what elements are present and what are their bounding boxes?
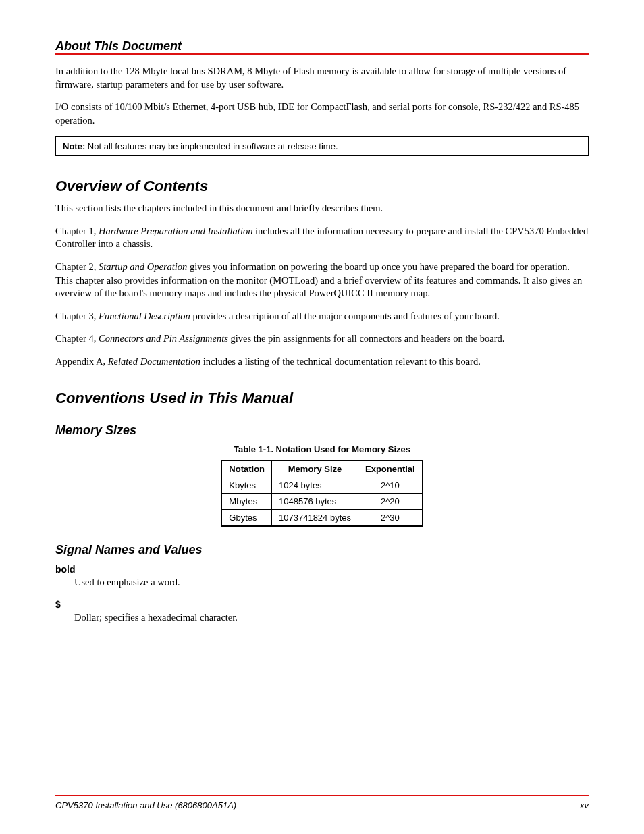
heading-conventions: Conventions Used in This Manual — [55, 390, 589, 407]
overview-ch4: Chapter 4, Connectors and Pin Assignment… — [55, 332, 589, 346]
term-bold: bold Used to emphasize a word. — [55, 564, 589, 590]
th-notation: Notation — [221, 461, 271, 477]
note-label: Note: — [63, 141, 85, 151]
intro-p2: I/O consists of 10/100 Mbit/s Ethernet, … — [55, 101, 589, 127]
table-header-row: Notation Memory Size Exponential — [221, 461, 422, 477]
page-header: About This Document — [55, 39, 589, 55]
note-box: Note: Not all features may be implemente… — [55, 136, 589, 156]
intro-p1: In addition to the 128 Mbyte local bus S… — [55, 65, 589, 91]
subheading-signals: Signal Names and Values — [55, 543, 589, 557]
term-dollar: $ Dollar; specifies a hexadecimal charac… — [55, 599, 589, 625]
term-def-dollar: Dollar; specifies a hexadecimal characte… — [74, 611, 589, 625]
table-row: Kbytes 1024 bytes 2^10 — [221, 477, 422, 494]
overview-appA: Appendix A, Related Documentation includ… — [55, 355, 589, 369]
th-exp: Exponential — [358, 461, 423, 477]
header-rule — [55, 53, 589, 55]
page-body: In addition to the 128 Mbyte local bus S… — [55, 65, 589, 769]
th-memsize: Memory Size — [272, 461, 358, 477]
xref-appA[interactable]: Related Documentation — [108, 356, 200, 367]
subheading-memory: Memory Sizes — [55, 423, 589, 438]
header-title: About This Document — [55, 39, 182, 53]
note-text: Not all features may be implemented in s… — [88, 141, 338, 151]
table-row: Mbytes 1048576 bytes 2^20 — [221, 494, 422, 510]
page-footer: CPV5370 Installation and Use (6806800A51… — [55, 795, 589, 810]
term-name-dollar: $ — [55, 599, 589, 610]
overview-ch1: Chapter 1, Hardware Preparation and Inst… — [55, 225, 589, 251]
table-caption: Table 1-1. Notation Used for Memory Size… — [55, 444, 589, 454]
heading-overview: Overview of Contents — [55, 178, 589, 195]
xref-ch4[interactable]: Connectors and Pin Assignments — [99, 333, 228, 344]
footer-right: xv — [580, 800, 589, 810]
xref-ch2[interactable]: Startup and Operation — [99, 261, 187, 272]
overview-ch3: Chapter 3, Functional Description provid… — [55, 310, 589, 323]
xref-ch3[interactable]: Functional Description — [99, 311, 190, 321]
footer-rule — [55, 795, 589, 796]
footer-left: CPV5370 Installation and Use (6806800A51… — [55, 800, 236, 810]
term-name-bold: bold — [55, 564, 589, 575]
xref-ch1[interactable]: Hardware Preparation and Installation — [99, 226, 252, 236]
overview-ch2: Chapter 2, Startup and Operation gives y… — [55, 261, 589, 301]
overview-p1: This section lists the chapters included… — [55, 202, 589, 215]
term-def-bold: Used to emphasize a word. — [74, 576, 589, 590]
memory-size-table: Notation Memory Size Exponential Kbytes … — [221, 460, 423, 527]
table-row: Gbytes 1073741824 bytes 2^30 — [221, 510, 422, 527]
